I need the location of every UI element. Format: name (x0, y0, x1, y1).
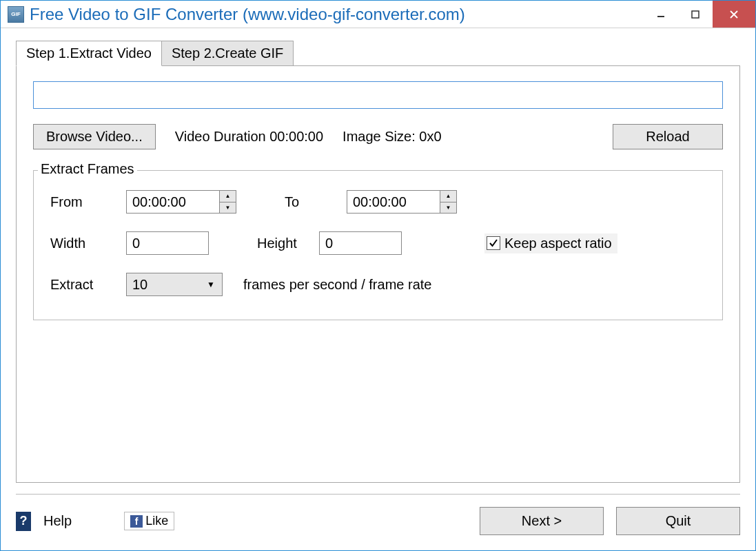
video-path-input[interactable] (33, 81, 723, 109)
facebook-icon: f (130, 515, 143, 528)
keep-aspect-checkbox[interactable] (487, 236, 500, 250)
height-input[interactable] (319, 231, 402, 255)
video-duration-label: Video Duration 00:00:00 (175, 129, 323, 145)
image-size-label: Image Size: 0x0 (343, 129, 441, 145)
tab-panel-step1: Browse Video... Video Duration 00:00:00 … (16, 65, 740, 483)
window-title: Free Video to GIF Converter (www.video-g… (30, 5, 644, 24)
tab-step1[interactable]: Step 1.Extract Video (16, 41, 162, 66)
reload-button[interactable]: Reload (613, 124, 723, 149)
to-label: To (285, 194, 326, 210)
to-spin-up[interactable]: ▲ (440, 191, 456, 202)
app-icon: GIF (8, 6, 24, 23)
keep-aspect-wrap[interactable]: Keep aspect ratio (484, 233, 617, 253)
tab-bar: Step 1.Extract Video Step 2.Create GIF (16, 41, 740, 66)
bottom-bar: ? Help f Like Next > Quit (16, 494, 740, 550)
close-button[interactable] (713, 1, 755, 28)
height-label: Height (257, 236, 298, 251)
extract-frames-title: Extract Frames (38, 161, 137, 177)
width-label: Width (50, 236, 105, 251)
fps-value: 10 (132, 277, 147, 293)
keep-aspect-label: Keep aspect ratio (504, 236, 612, 251)
tab-step2[interactable]: Step 2.Create GIF (162, 41, 294, 66)
help-label[interactable]: Help (43, 513, 72, 529)
width-input[interactable] (126, 231, 209, 255)
help-icon[interactable]: ? (16, 512, 31, 531)
to-time-value: 00:00:00 (347, 194, 440, 210)
quit-button[interactable]: Quit (616, 507, 740, 535)
fps-suffix-label: frames per second / frame rate (243, 277, 431, 293)
from-spin-up[interactable]: ▲ (220, 191, 236, 202)
extract-label: Extract (50, 277, 105, 293)
title-bar[interactable]: GIF Free Video to GIF Converter (www.vid… (1, 1, 755, 28)
chevron-down-icon: ▼ (207, 280, 215, 289)
from-spin-down[interactable]: ▼ (220, 202, 236, 214)
to-time-input[interactable]: 00:00:00 ▲ ▼ (347, 190, 457, 214)
content-area: Step 1.Extract Video Step 2.Create GIF B… (1, 28, 755, 483)
minimize-button[interactable] (644, 1, 678, 28)
extract-frames-group: Extract Frames From 00:00:00 ▲ ▼ To 00:0… (33, 170, 723, 320)
browse-video-button[interactable]: Browse Video... (33, 124, 156, 149)
like-label: Like (145, 514, 168, 528)
next-button[interactable]: Next > (480, 507, 604, 535)
from-time-input[interactable]: 00:00:00 ▲ ▼ (126, 190, 236, 214)
from-time-value: 00:00:00 (127, 194, 219, 210)
facebook-like-button[interactable]: f Like (124, 512, 174, 530)
fps-select[interactable]: 10 ▼ (126, 273, 223, 296)
svg-rect-1 (692, 11, 699, 18)
app-window: GIF Free Video to GIF Converter (www.vid… (0, 0, 756, 551)
from-label: From (50, 194, 105, 210)
maximize-button[interactable] (678, 1, 713, 28)
to-spin-down[interactable]: ▼ (440, 202, 456, 214)
